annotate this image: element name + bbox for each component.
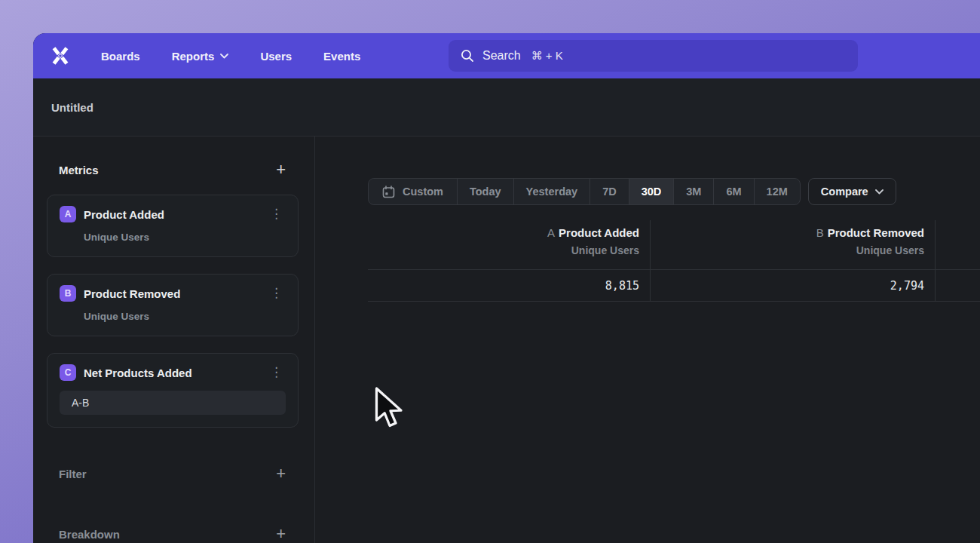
compare-button[interactable]: Compare: [808, 178, 896, 205]
date-controls: Custom Today Yesterday 7D 30D 3M 6M 12M …: [368, 178, 896, 205]
metric-card-a[interactable]: A Product Added ⋮ Unique Users: [47, 195, 299, 257]
date-range-yesterday[interactable]: Yesterday: [513, 179, 590, 204]
nav-item-users[interactable]: Users: [260, 50, 292, 63]
column-header-c-clipped: [935, 220, 980, 270]
results-panel: Custom Today Yesterday 7D 30D 3M 6M 12M …: [315, 137, 980, 543]
column-subtitle: Unique Users: [651, 244, 924, 256]
date-range-today[interactable]: Today: [457, 179, 513, 204]
query-builder-sidebar: Metrics + A Product Added ⋮ Unique Users…: [33, 137, 315, 543]
column-subtitle: Unique Users: [368, 244, 639, 256]
nav-items: Boards Reports Users Events: [101, 50, 360, 63]
date-range-label: Custom: [403, 186, 443, 198]
search-placeholder: Search: [482, 49, 521, 63]
column-header-a: AProduct Added Unique Users: [368, 220, 650, 270]
metric-badge-b: B: [60, 285, 76, 302]
metric-name: Product Removed: [84, 287, 267, 300]
add-filter-button[interactable]: +: [276, 466, 286, 481]
mixpanel-logo[interactable]: [48, 44, 72, 68]
add-breakdown-button[interactable]: +: [276, 526, 286, 541]
search-shortcut: ⌘ + K: [531, 49, 563, 63]
date-range-picker: Custom Today Yesterday 7D 30D 3M 6M 12M: [368, 178, 801, 205]
metric-menu-icon[interactable]: ⋮: [267, 208, 286, 220]
date-range-7d[interactable]: 7D: [590, 179, 629, 204]
app-window: Boards Reports Users Events Search ⌘ + K: [33, 33, 980, 543]
calendar-icon: [382, 186, 395, 198]
value-cell-b: 2,794: [650, 270, 935, 302]
metric-card-b[interactable]: B Product Removed ⋮ Unique Users: [47, 274, 299, 336]
filter-section-header: Filter +: [59, 462, 286, 485]
date-range-30d[interactable]: 30D: [629, 179, 674, 204]
metrics-label: Metrics: [59, 164, 99, 176]
metric-name: Net Products Added: [84, 367, 267, 379]
metric-badge-a: A: [60, 206, 76, 222]
add-metric-button[interactable]: +: [276, 162, 286, 177]
nav-item-label: Reports: [172, 50, 215, 63]
breakdown-section-header: Breakdown +: [59, 523, 286, 543]
breakdown-label: Breakdown: [59, 528, 120, 541]
date-range-label: Today: [470, 186, 501, 198]
column-name: Product Removed: [828, 226, 924, 239]
date-range-custom[interactable]: Custom: [369, 179, 457, 204]
nav-item-label: Users: [260, 50, 292, 63]
report-titlebar: Untitled: [33, 78, 980, 137]
column-header-b: BProduct Removed Unique Users: [650, 220, 935, 270]
nav-item-boards[interactable]: Boards: [101, 50, 140, 63]
value-cell-c-clipped: [935, 270, 980, 302]
filter-label: Filter: [59, 468, 87, 480]
top-navbar: Boards Reports Users Events Search ⌘ + K: [33, 33, 980, 78]
date-range-label: 3M: [686, 186, 701, 198]
chevron-down-icon: [875, 189, 884, 195]
metric-badge-c: C: [60, 364, 76, 381]
compare-label: Compare: [821, 186, 868, 198]
nav-item-reports[interactable]: Reports: [172, 50, 229, 63]
date-range-12m[interactable]: 12M: [754, 179, 800, 204]
metric-measurement[interactable]: Unique Users: [84, 311, 286, 322]
metric-measurement[interactable]: Unique Users: [84, 232, 286, 243]
date-range-3m[interactable]: 3M: [673, 179, 713, 204]
nav-item-events[interactable]: Events: [323, 50, 360, 63]
content-area: Metrics + A Product Added ⋮ Unique Users…: [33, 137, 980, 543]
search-input[interactable]: Search ⌘ + K: [449, 40, 858, 72]
date-range-label: 7D: [602, 186, 617, 198]
date-range-label: 6M: [726, 186, 741, 198]
metric-name: Product Added: [84, 208, 267, 221]
date-range-label: Yesterday: [526, 186, 578, 198]
report-title[interactable]: Untitled: [51, 101, 93, 114]
brand-x-icon: [49, 44, 72, 67]
date-range-6m[interactable]: 6M: [713, 179, 753, 204]
column-name: Product Added: [559, 226, 639, 239]
nav-item-label: Boards: [101, 50, 140, 63]
column-prefix: B: [816, 226, 824, 239]
metrics-section-header: Metrics +: [59, 158, 286, 181]
formula-input[interactable]: A-B: [60, 391, 286, 415]
metric-menu-icon[interactable]: ⋮: [267, 287, 286, 299]
column-prefix: A: [547, 226, 555, 239]
metric-card-c[interactable]: C Net Products Added ⋮ A-B: [47, 353, 299, 428]
value-cell-a: 8,815: [368, 270, 650, 302]
chevron-down-icon: [220, 54, 228, 59]
date-range-label: 12M: [767, 186, 788, 198]
date-range-label: 30D: [642, 186, 662, 198]
search-icon: [461, 49, 474, 63]
metric-menu-icon[interactable]: ⋮: [267, 367, 286, 379]
nav-item-label: Events: [323, 50, 360, 63]
metrics-results-table: AProduct Added Unique Users BProduct Rem…: [368, 220, 980, 302]
